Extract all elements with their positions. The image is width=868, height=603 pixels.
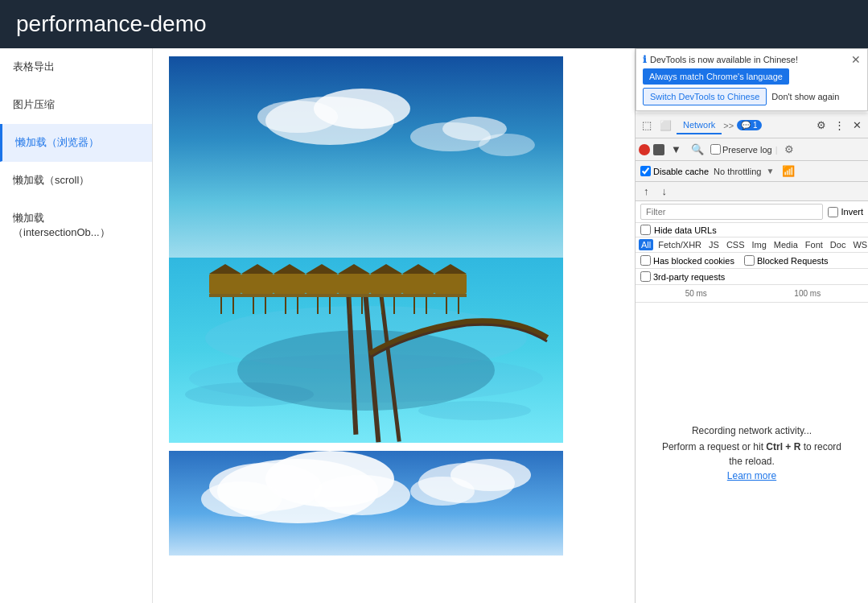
throttle-selector[interactable]: No throttling <box>714 167 761 176</box>
close-devtools-button[interactable]: ✕ <box>849 116 865 134</box>
upload-icon-button[interactable]: ↑ <box>640 182 652 200</box>
svg-point-12 <box>237 330 495 411</box>
sidebar-item-lazy-load-scroll[interactable]: 懒加载（scroll） <box>0 162 152 200</box>
devtools-third-party-row: 3rd-party requests <box>636 269 868 285</box>
page-content <box>153 48 635 603</box>
has-blocked-cookies-checkbox[interactable] <box>640 255 651 266</box>
blocked-requests-item: Blocked Requests <box>744 255 829 266</box>
more-tabs-indicator: >> <box>723 121 734 130</box>
timeline-label-50ms: 50 ms <box>640 289 752 298</box>
settings-icon-button[interactable]: ⚙ <box>813 116 829 134</box>
svg-rect-28 <box>402 274 434 294</box>
devtools-notification: ℹ DevTools is now available in Chinese! … <box>636 48 868 111</box>
sidebar-item-lazy-load-browser[interactable]: 懒加载（浏览器） <box>0 124 152 162</box>
svg-point-54 <box>201 481 282 517</box>
disable-cache-label: Disable cache <box>653 167 709 176</box>
main-area: 表格导出 图片压缩 懒加载（浏览器） 懒加载（scroll） 懒加载（inter… <box>0 48 868 603</box>
page-image-2 <box>169 451 563 556</box>
preserve-log-row: Preserve log <box>710 144 772 155</box>
dont-show-button[interactable]: Don't show again <box>771 89 839 105</box>
devtools-type-row: All Fetch/XHR JS CSS Img Media Font Doc … <box>636 237 868 253</box>
disable-cache-checkbox[interactable] <box>640 166 651 176</box>
close-icon[interactable]: ✕ <box>851 54 861 65</box>
devtools-hide-urls-row: Hide data URLs <box>636 223 868 237</box>
svg-rect-0 <box>169 56 563 266</box>
preserve-log-checkbox[interactable] <box>710 144 721 155</box>
svg-rect-16 <box>209 274 241 294</box>
type-btn-ws[interactable]: WS <box>850 239 868 250</box>
blocked-requests-checkbox[interactable] <box>744 255 755 266</box>
search-icon-button[interactable]: 🔍 <box>688 140 707 159</box>
has-blocked-cookies-item: Has blocked cookies <box>640 255 734 266</box>
network-settings-button[interactable]: ⚙ <box>781 140 797 159</box>
filter-icon-button[interactable]: ▼ <box>668 140 685 159</box>
type-btn-js[interactable]: JS <box>706 239 722 250</box>
notification-top: ℹ DevTools is now available in Chinese! … <box>643 54 861 65</box>
search-icon: 🔍 <box>691 143 704 155</box>
type-btn-img[interactable]: Img <box>750 239 769 250</box>
devtools-panel: ℹ DevTools is now available in Chinese! … <box>635 48 868 603</box>
disable-cache-row: Disable cache <box>640 166 709 176</box>
notification-text: DevTools is now available in Chinese! <box>650 55 848 64</box>
sidebar: 表格导出 图片压缩 懒加载（浏览器） 懒加载（scroll） 懒加载（inter… <box>0 48 153 603</box>
svg-rect-20 <box>274 274 306 294</box>
top-bar: performance-demo <box>0 0 868 48</box>
filter-input[interactable] <box>640 204 823 220</box>
sidebar-item-lazy-load-intersection[interactable]: 懒加载（intersectionOb...） <box>0 200 152 252</box>
filter-icon: ▼ <box>671 143 681 155</box>
type-btn-css[interactable]: CSS <box>724 239 747 250</box>
wifi-icon-button[interactable]: 📶 <box>779 162 798 180</box>
invert-checkbox[interactable] <box>828 207 838 217</box>
page-title: performance-demo <box>16 11 207 37</box>
type-btn-doc[interactable]: Doc <box>828 239 849 250</box>
network-recording-text: Recording network activity... <box>692 425 812 436</box>
hide-data-urls-checkbox[interactable] <box>640 225 651 235</box>
devtools-filter-row: Invert <box>636 201 868 223</box>
svg-point-6 <box>479 134 535 156</box>
tab-network[interactable]: Network <box>677 117 722 134</box>
type-btn-fetch-xhr[interactable]: Fetch/XHR <box>656 239 704 250</box>
inspect-icon-button[interactable]: ⬚ <box>639 116 655 134</box>
svg-rect-24 <box>338 274 370 294</box>
hide-data-urls-label: Hide data URLs <box>654 225 717 235</box>
keyboard-shortcut: Ctrl + R <box>766 441 803 452</box>
sidebar-item-image-compress[interactable]: 图片压缩 <box>0 86 152 124</box>
svg-rect-48 <box>209 294 467 297</box>
svg-rect-18 <box>241 274 274 294</box>
stop-button[interactable] <box>653 144 664 155</box>
wifi-icon: 📶 <box>782 165 795 177</box>
type-btn-all[interactable]: All <box>639 239 653 250</box>
type-btn-media[interactable]: Media <box>771 239 800 250</box>
network-perform-text: Perform a request or hit Ctrl + R to rec… <box>662 441 841 452</box>
third-party-label: 3rd-party requests <box>653 272 725 282</box>
devtools-network-empty-area: Recording network activity... Perform a … <box>636 303 868 603</box>
svg-point-3 <box>257 101 338 133</box>
record-button[interactable] <box>639 144 650 155</box>
devtools-toolbar-arrows: ↑ ↓ <box>636 182 868 201</box>
timeline-label-100ms: 100 ms <box>752 289 864 298</box>
learn-more-link[interactable]: Learn more <box>727 470 776 481</box>
devtools-timeline-header: 50 ms 100 ms <box>636 285 868 303</box>
invert-row: Invert <box>828 207 863 217</box>
throttle-dropdown-arrow[interactable]: ▼ <box>766 167 774 176</box>
device-icon-button[interactable]: ⬜ <box>656 117 675 134</box>
console-badge: 💬 1 <box>737 120 761 130</box>
invert-label: Invert <box>841 207 863 217</box>
match-language-button[interactable]: Always match Chrome's language <box>643 68 789 85</box>
network-reload-text: the reload. <box>729 456 775 467</box>
svg-rect-30 <box>434 274 467 294</box>
info-icon: ℹ <box>643 54 647 65</box>
notification-buttons: Switch DevTools to Chinese Don't show ag… <box>643 88 861 105</box>
type-btn-font[interactable]: Font <box>803 239 825 250</box>
download-icon-button[interactable]: ↓ <box>659 182 671 200</box>
has-blocked-cookies-label: Has blocked cookies <box>653 256 734 266</box>
more-options-button[interactable]: ⋮ <box>831 116 848 134</box>
page-image-1 <box>169 56 563 443</box>
svg-point-57 <box>410 477 475 506</box>
sidebar-item-table-export[interactable]: 表格导出 <box>0 48 152 86</box>
blocked-requests-label: Blocked Requests <box>757 256 829 266</box>
switch-chinese-button[interactable]: Switch DevTools to Chinese <box>643 88 767 105</box>
devtools-blocked-row: Has blocked cookies Blocked Requests <box>636 253 868 269</box>
third-party-checkbox[interactable] <box>640 271 651 282</box>
devtools-toolbar-record: ▼ 🔍 Preserve log | ⚙ <box>636 138 868 161</box>
